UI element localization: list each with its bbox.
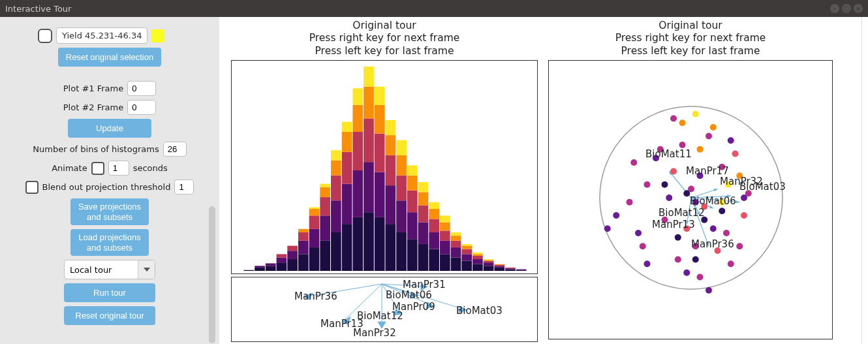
- svg-line-138: [687, 198, 691, 225]
- svg-point-176: [692, 199, 699, 206]
- svg-rect-56: [396, 200, 407, 232]
- reset-original-selection-button[interactable]: Reset original selection: [58, 48, 161, 67]
- svg-rect-63: [407, 176, 418, 191]
- svg-rect-3: [266, 266, 276, 271]
- svg-point-166: [630, 159, 637, 166]
- svg-rect-10: [287, 246, 298, 251]
- plot1-frame-input[interactable]: [127, 81, 156, 96]
- svg-point-152: [701, 204, 707, 210]
- animate-label: Animate: [52, 163, 87, 173]
- plot2-frame-input[interactable]: [127, 100, 156, 115]
- svg-rect-46: [375, 172, 385, 217]
- save-projections-button[interactable]: Save projections and subsets: [70, 198, 149, 225]
- svg-rect-54: [386, 120, 396, 135]
- svg-point-155: [627, 199, 633, 206]
- window-title: Interactive Tour: [5, 4, 830, 14]
- svg-rect-50: [386, 224, 396, 271]
- svg-rect-18: [309, 209, 320, 215]
- svg-rect-103: [494, 264, 504, 265]
- tour-type-select[interactable]: Local tour: [64, 260, 155, 279]
- animate-checkbox[interactable]: [91, 162, 104, 175]
- svg-rect-94: [473, 253, 483, 255]
- svg-rect-52: [386, 155, 396, 185]
- svg-rect-93: [473, 254, 483, 256]
- svg-rect-14: [298, 229, 309, 232]
- svg-rect-64: [407, 165, 418, 175]
- svg-rect-59: [396, 140, 407, 155]
- svg-rect-68: [418, 192, 429, 206]
- svg-rect-107: [516, 270, 527, 271]
- svg-point-153: [670, 168, 677, 175]
- svg-rect-90: [473, 264, 483, 271]
- run-tour-button[interactable]: Run tour: [64, 283, 155, 302]
- svg-rect-47: [375, 134, 385, 172]
- svg-point-147: [710, 124, 717, 131]
- svg-rect-67: [418, 206, 429, 223]
- reset-original-tour-button[interactable]: Reset original tour: [64, 306, 155, 325]
- histogram-plot[interactable]: [231, 60, 538, 274]
- svg-rect-5: [277, 262, 287, 271]
- svg-marker-110: [303, 293, 311, 300]
- svg-rect-23: [320, 187, 330, 197]
- plot1-title: Original tour Press right key for next f…: [309, 20, 460, 57]
- svg-rect-77: [440, 231, 450, 241]
- animate-seconds-input[interactable]: [108, 161, 129, 176]
- svg-rect-49: [375, 87, 385, 105]
- chevron-down-icon[interactable]: [138, 260, 155, 279]
- svg-point-172: [719, 164, 725, 170]
- bins-input[interactable]: [163, 142, 187, 157]
- svg-rect-42: [364, 119, 374, 163]
- svg-point-185: [604, 225, 611, 232]
- svg-rect-72: [429, 219, 439, 233]
- svg-rect-60: [407, 239, 418, 271]
- plot2-frame-label: Plot #2 Frame: [63, 102, 123, 112]
- svg-point-163: [705, 133, 712, 140]
- svg-rect-35: [352, 217, 363, 271]
- svg-rect-43: [364, 87, 374, 119]
- window-minimize-icon[interactable]: –: [830, 4, 839, 13]
- svg-rect-6: [277, 258, 287, 263]
- blend-threshold-checkbox[interactable]: [25, 181, 39, 194]
- svg-point-173: [613, 212, 619, 219]
- svg-rect-30: [342, 224, 352, 271]
- svg-point-151: [715, 247, 721, 254]
- svg-rect-78: [440, 223, 450, 231]
- svg-rect-96: [484, 262, 494, 266]
- svg-rect-79: [440, 215, 450, 222]
- svg-point-144: [719, 199, 725, 206]
- scatter-plot[interactable]: BioMat11 ManPr17 ManPr32 BioMat03 BioMat…: [548, 60, 833, 339]
- yield-checkbox[interactable]: [38, 29, 52, 43]
- svg-point-182: [683, 270, 690, 276]
- sidebar-scrollbar[interactable]: [209, 206, 215, 343]
- svg-point-159: [723, 230, 730, 236]
- svg-rect-28: [331, 161, 341, 176]
- svg-point-165: [728, 260, 734, 267]
- svg-rect-83: [451, 236, 461, 241]
- blend-threshold-input[interactable]: [174, 180, 194, 195]
- window-maximize-icon[interactable]: ▢: [842, 4, 851, 13]
- svg-rect-85: [461, 261, 472, 271]
- svg-rect-4: [266, 264, 276, 266]
- svg-point-157: [662, 217, 668, 223]
- animate-seconds-label: seconds: [133, 163, 168, 173]
- svg-rect-13: [298, 232, 309, 241]
- svg-rect-92: [473, 256, 483, 259]
- svg-rect-74: [429, 202, 439, 209]
- svg-rect-108: [516, 270, 527, 270]
- svg-rect-71: [429, 232, 439, 249]
- control-sidebar: Yield 45.231-46.34 Reset original select…: [0, 17, 219, 344]
- svg-rect-101: [494, 266, 504, 268]
- svg-rect-20: [320, 241, 330, 271]
- svg-rect-66: [418, 223, 429, 244]
- svg-marker-139: [686, 221, 689, 225]
- svg-rect-41: [364, 162, 374, 212]
- svg-rect-102: [494, 265, 504, 266]
- yield-color-swatch[interactable]: [151, 29, 164, 42]
- window-close-icon[interactable]: ×: [854, 4, 863, 13]
- projection-axis-plot[interactable]: ManPr36 ManPr31 BioMat06 ManPr09 BioMat0…: [231, 277, 538, 342]
- load-projections-button[interactable]: Load projections and subsets: [70, 229, 149, 256]
- svg-point-177: [710, 225, 717, 232]
- yield-range-field[interactable]: Yield 45.231-46.34: [56, 27, 147, 44]
- update-button[interactable]: Update: [68, 119, 151, 138]
- tour-type-value: Local tour: [65, 262, 138, 278]
